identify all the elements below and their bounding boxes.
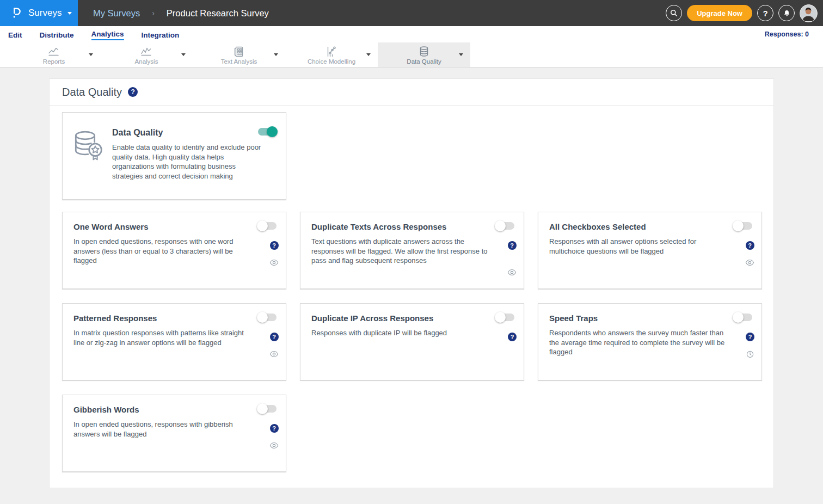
chevron-down-icon[interactable] bbox=[274, 53, 278, 58]
toolbar-tab-choice-modelling[interactable]: Choice Modelling bbox=[285, 42, 378, 67]
chevron-down-icon bbox=[67, 12, 72, 17]
help-icon[interactable]: ? bbox=[128, 87, 138, 97]
product-menu-label: Surveys bbox=[28, 8, 62, 19]
toggle-knob bbox=[257, 403, 268, 414]
card-side-icons: ? bbox=[508, 333, 517, 341]
toolbar-tab-data-quality[interactable]: Data Quality bbox=[378, 42, 470, 67]
card-data-quality-master: Data Quality Enable data quality to iden… bbox=[62, 112, 286, 200]
toolbar-tab-analysis[interactable]: Analysis bbox=[100, 42, 193, 67]
card-description: Respondents who answers the survey much … bbox=[549, 328, 751, 357]
card-duplicate-texts: Duplicate Texts Across Responses Text qu… bbox=[300, 212, 524, 289]
product-menu[interactable]: Surveys bbox=[0, 0, 78, 26]
upgrade-now-button[interactable]: Upgrade Now bbox=[687, 5, 752, 21]
nav-tab-distribute[interactable]: Distribute bbox=[40, 30, 74, 39]
toolbar-tab-label: Choice Modelling bbox=[308, 58, 355, 65]
breadcrumb-my-surveys[interactable]: My Surveys bbox=[93, 8, 140, 19]
card-patterned-responses: Patterned Responses In matrix question r… bbox=[62, 303, 286, 380]
duplicate-texts-toggle[interactable] bbox=[496, 222, 514, 230]
help-icon[interactable]: ? bbox=[270, 333, 279, 341]
questionpro-logo-icon bbox=[10, 7, 22, 20]
nav-tab-analytics[interactable]: Analytics bbox=[91, 29, 124, 40]
panel-content: Data Quality Enable data quality to iden… bbox=[50, 106, 773, 472]
line-chart-icon bbox=[140, 46, 153, 58]
card-side-icons: ? bbox=[269, 424, 279, 449]
card-side-icons: ? bbox=[745, 241, 754, 266]
help-icon[interactable]: ? bbox=[508, 241, 517, 250]
card-gibberish-words: Gibberish Words In open ended questions,… bbox=[62, 395, 286, 472]
user-avatar[interactable] bbox=[800, 4, 818, 22]
card-side-icons: ? bbox=[269, 333, 279, 358]
line-chart-icon bbox=[47, 46, 60, 58]
eye-icon[interactable] bbox=[507, 269, 517, 276]
database-award-icon bbox=[72, 129, 103, 163]
card-description: Enable data quality to identify and excl… bbox=[112, 143, 265, 181]
chevron-down-icon[interactable] bbox=[181, 53, 186, 58]
nav-tab-integration[interactable]: Integration bbox=[142, 30, 180, 39]
document-grid-icon bbox=[232, 46, 245, 58]
help-icon[interactable]: ? bbox=[270, 424, 279, 433]
toolbar-tab-label: Text Analysis bbox=[221, 58, 257, 65]
toggle-knob bbox=[495, 220, 506, 231]
all-checkboxes-toggle[interactable] bbox=[734, 222, 752, 230]
toggle-knob bbox=[495, 312, 506, 323]
help-icon[interactable]: ? bbox=[746, 333, 754, 341]
breadcrumb-current-survey: Product Research Survey bbox=[167, 8, 269, 19]
eye-icon[interactable] bbox=[269, 442, 279, 449]
card-description: In open ended questions, responses with … bbox=[73, 420, 275, 439]
help-icon[interactable]: ? bbox=[508, 333, 517, 341]
card-duplicate-ip: Duplicate IP Across Responses Responses … bbox=[300, 303, 524, 380]
card-title: All Checkboxes Selected bbox=[549, 222, 751, 231]
toolbar-tab-label: Reports bbox=[43, 58, 65, 65]
database-icon bbox=[417, 46, 431, 58]
quality-checks-grid: One Word Answers In open ended questions… bbox=[62, 212, 761, 472]
speed-traps-toggle[interactable] bbox=[734, 314, 752, 321]
eye-icon[interactable] bbox=[745, 259, 754, 266]
card-title: Data Quality bbox=[112, 128, 265, 138]
eye-icon[interactable] bbox=[269, 259, 279, 266]
card-description: In open ended questions, responses with … bbox=[73, 237, 275, 266]
help-icon[interactable]: ? bbox=[746, 241, 754, 250]
data-quality-toggle[interactable] bbox=[258, 128, 277, 136]
responses-count: Responses: 0 bbox=[765, 30, 809, 38]
search-button[interactable] bbox=[666, 5, 682, 21]
data-quality-panel: Data Quality ? Data Quality Enable d bbox=[49, 78, 774, 488]
search-icon bbox=[670, 9, 678, 17]
card-title: Duplicate IP Across Responses bbox=[311, 314, 513, 323]
panel-header: Data Quality ? bbox=[50, 79, 773, 106]
analytics-toolbar: Reports Analysis Text Analysis bbox=[0, 42, 823, 67]
clock-icon[interactable] bbox=[746, 351, 754, 358]
card-title: Duplicate Texts Across Responses bbox=[311, 222, 513, 231]
card-speed-traps: Speed Traps Respondents who answers the … bbox=[538, 303, 762, 380]
help-icon[interactable]: ? bbox=[270, 241, 279, 250]
toggle-knob bbox=[257, 312, 268, 323]
chevron-down-icon[interactable] bbox=[89, 53, 93, 58]
bell-icon bbox=[783, 9, 791, 17]
survey-nav: Edit Distribute Analytics Integration Re… bbox=[0, 26, 823, 42]
one-word-answers-toggle[interactable] bbox=[258, 222, 277, 230]
notifications-button[interactable] bbox=[778, 5, 795, 21]
toolbar-tab-text-analysis[interactable]: Text Analysis bbox=[193, 42, 285, 67]
chevron-down-icon[interactable] bbox=[459, 53, 463, 58]
card-title: Patterned Responses bbox=[73, 314, 275, 323]
chevron-down-icon[interactable] bbox=[366, 53, 371, 58]
duplicate-ip-toggle[interactable] bbox=[496, 314, 514, 321]
breadcrumb: My Surveys › Product Research Survey bbox=[93, 8, 269, 19]
card-all-checkboxes-selected: All Checkboxes Selected Responses with a… bbox=[538, 212, 762, 289]
card-title: Gibberish Words bbox=[73, 405, 275, 414]
page-title: Data Quality bbox=[62, 86, 122, 99]
gibberish-words-toggle[interactable] bbox=[258, 405, 277, 413]
feature-card-body: Data Quality Enable data quality to iden… bbox=[112, 128, 265, 199]
avatar-photo bbox=[800, 5, 816, 21]
nav-tab-edit[interactable]: Edit bbox=[8, 30, 22, 39]
card-description: Responses with all answer options select… bbox=[549, 237, 751, 256]
help-button[interactable]: ? bbox=[757, 5, 773, 21]
toggle-knob bbox=[267, 126, 278, 137]
toolbar-tab-reports[interactable]: Reports bbox=[8, 42, 100, 67]
card-side-icons: ? bbox=[746, 333, 754, 358]
toggle-knob bbox=[257, 220, 268, 231]
scatter-chart-icon bbox=[325, 46, 338, 58]
question-mark-icon: ? bbox=[763, 9, 767, 18]
eye-icon[interactable] bbox=[269, 351, 279, 358]
patterned-responses-toggle[interactable] bbox=[258, 314, 277, 321]
toolbar-tab-label: Data Quality bbox=[407, 58, 441, 65]
